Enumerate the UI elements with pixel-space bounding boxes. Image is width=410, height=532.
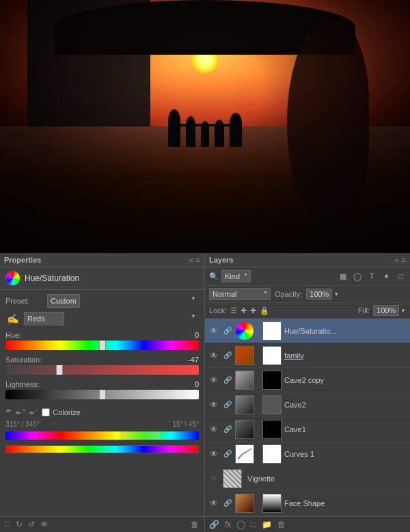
layer-item[interactable]: 👁 🔗 Cave2 copy: [205, 368, 410, 393]
layer-chain-icon[interactable]: 🔗: [223, 351, 232, 359]
layer-chain-icon[interactable]: 🔗: [223, 401, 232, 408]
layer-group-icon[interactable]: 📁: [262, 520, 272, 529]
layers-title: Layers: [209, 256, 233, 264]
properties-panel-header: Properties « ≡: [0, 253, 204, 267]
properties-collapse-btn[interactable]: «: [189, 256, 193, 264]
layer-chain-icon[interactable]: 🔗: [223, 499, 232, 507]
layer-eye-icon[interactable]: 👁: [208, 449, 220, 459]
lightness-slider[interactable]: [5, 390, 199, 399]
opacity-label: Opacity:: [275, 290, 302, 298]
layer-eye-icon[interactable]: 👁: [208, 425, 220, 434]
layer-item[interactable]: 👁 🔗 family: [205, 343, 410, 368]
colorize-checkbox[interactable]: [42, 408, 50, 416]
eyedropper-sub-icon[interactable]: ✒-: [29, 406, 38, 418]
properties-title: Properties: [4, 256, 41, 264]
smartobj-filter-icon[interactable]: □: [395, 271, 406, 282]
layer-eye-icon[interactable]: 👁: [208, 400, 220, 410]
lock-move-icon[interactable]: ✚: [250, 306, 256, 315]
svg-rect-0: [236, 446, 253, 462]
layer-item[interactable]: 👁 🔗 Face Shape: [205, 491, 410, 516]
layer-eye-icon[interactable]: 👁: [208, 498, 220, 508]
layer-mask-thumbnail: [262, 346, 282, 365]
channel-select[interactable]: Reds Master Yellows Greens Cyans Blues M…: [24, 312, 64, 325]
layer-name: Cave2 copy: [284, 376, 407, 384]
layer-thumbnail: [235, 395, 254, 414]
lightness-value: 0: [182, 380, 199, 388]
adjustment-filter-icon[interactable]: ◯: [352, 271, 363, 282]
lock-transparency-icon[interactable]: ☰: [230, 306, 237, 315]
layer-eye-icon[interactable]: 👁: [208, 326, 220, 336]
hue-label: Hue:: [5, 331, 21, 339]
hue-range-labels: 315° / 345° 15° \ 45°: [5, 421, 199, 428]
layer-link-icon[interactable]: 🔗: [209, 520, 219, 529]
footer-apply-icon[interactable]: ↺: [28, 520, 35, 529]
layer-eye-icon[interactable]: 👁: [208, 351, 220, 360]
footer-reset-icon[interactable]: ↻: [16, 520, 23, 529]
layer-chain-icon[interactable]: 🔗: [223, 327, 232, 334]
lock-label: Lock:: [209, 306, 227, 315]
layer-item[interactable]: 👁 🔗 Hue/Saturatio...: [205, 319, 410, 343]
footer-add-mask-icon[interactable]: □: [5, 520, 10, 529]
layer-item[interactable]: 👁 🔗 Cave2: [205, 393, 410, 417]
layer-eye-icon[interactable]: 👁: [208, 474, 220, 483]
blend-mode-select[interactable]: Normal Multiply Screen Overlay: [209, 288, 271, 300]
layer-name: Face Shape: [284, 499, 407, 507]
huesat-icon: [5, 271, 20, 286]
layers-list: 👁 🔗 Hue/Saturatio... 👁 🔗 family 👁 🔗: [205, 319, 410, 516]
layer-thumbnail: [235, 371, 254, 390]
colorize-label: Colorize: [53, 408, 80, 416]
layer-thumbnail: [235, 321, 254, 341]
properties-footer: □ ↻ ↺ 👁 🗑: [0, 516, 204, 532]
shape-filter-icon[interactable]: ✦: [381, 271, 392, 282]
layer-adjustment-icon[interactable]: □: [251, 520, 256, 529]
layers-panel: Layers « ≡ 🔍 Kind ▦ ◯ T ✦ □: [205, 253, 410, 532]
hand-tool-icon[interactable]: ✍: [5, 312, 20, 325]
layers-blend-row: Normal Multiply Screen Overlay Opacity: …: [205, 286, 410, 303]
layers-kind-row: 🔍 Kind ▦ ◯ T ✦ □: [205, 267, 410, 286]
opacity-dropdown-arrow[interactable]: ▼: [333, 291, 339, 297]
eyedropper-add-icon[interactable]: ✒+: [15, 406, 26, 418]
preset-select[interactable]: Custom Default Sepia: [47, 294, 80, 308]
layer-item[interactable]: 👁 Vignette: [205, 466, 410, 491]
footer-delete-icon[interactable]: 🗑: [191, 520, 199, 529]
pixel-filter-icon[interactable]: ▦: [338, 271, 348, 282]
search-icon: 🔍: [209, 272, 219, 281]
layer-eye-icon[interactable]: 👁: [208, 375, 220, 385]
layer-mask-thumbnail: [262, 420, 282, 439]
lock-paint-icon[interactable]: ✚: [241, 306, 247, 315]
opacity-value[interactable]: 100%: [306, 289, 332, 300]
layer-chain-icon[interactable]: 🔗: [223, 376, 232, 384]
fill-value[interactable]: 100%: [373, 305, 399, 316]
layers-footer: 🔗 fx ◯ □ 📁 🗑: [205, 516, 410, 532]
layers-collapse-btn[interactable]: «: [394, 256, 398, 264]
colorize-checkbox-group[interactable]: Colorize: [42, 408, 80, 416]
layer-delete-icon[interactable]: 🗑: [277, 520, 286, 529]
hue-value: 0: [182, 331, 199, 339]
layer-item[interactable]: 👁 🔗 Cave1: [205, 417, 410, 442]
fill-dropdown-arrow[interactable]: ▼: [400, 308, 406, 314]
properties-menu-btn[interactable]: ≡: [196, 256, 200, 264]
layer-mask-thumbnail: [262, 494, 282, 513]
eyedropper-icon[interactable]: ✒: [5, 406, 12, 418]
layer-mask-thumbnail: [262, 321, 282, 341]
properties-panel: Properties « ≡ Hue/Saturation Preset: Cu…: [0, 253, 205, 532]
fill-label: Fill:: [358, 306, 370, 315]
hue-band[interactable]: [5, 431, 199, 440]
footer-visibility-icon[interactable]: 👁: [40, 520, 49, 529]
layer-name: Cave2: [284, 401, 407, 409]
saturation-label: Saturation:: [5, 356, 42, 364]
lock-all-icon[interactable]: 🔒: [260, 306, 269, 315]
hue-slider[interactable]: [5, 341, 199, 350]
saturation-slider[interactable]: [5, 365, 199, 375]
layers-menu-btn[interactable]: ≡: [402, 256, 406, 264]
kind-select[interactable]: Kind: [221, 270, 251, 282]
layer-mask-icon[interactable]: ◯: [236, 520, 245, 529]
type-filter-icon[interactable]: T: [366, 271, 377, 282]
layer-chain-icon[interactable]: 🔗: [223, 450, 232, 457]
huesat-title-bar: Hue/Saturation: [0, 267, 204, 290]
layer-chain-icon[interactable]: 🔗: [223, 425, 232, 433]
preset-label: Preset:: [5, 297, 43, 305]
layer-fx-icon[interactable]: fx: [225, 520, 231, 529]
layer-item[interactable]: 👁 🔗 Curves 1: [205, 442, 410, 466]
layer-thumbnail: [223, 469, 242, 488]
